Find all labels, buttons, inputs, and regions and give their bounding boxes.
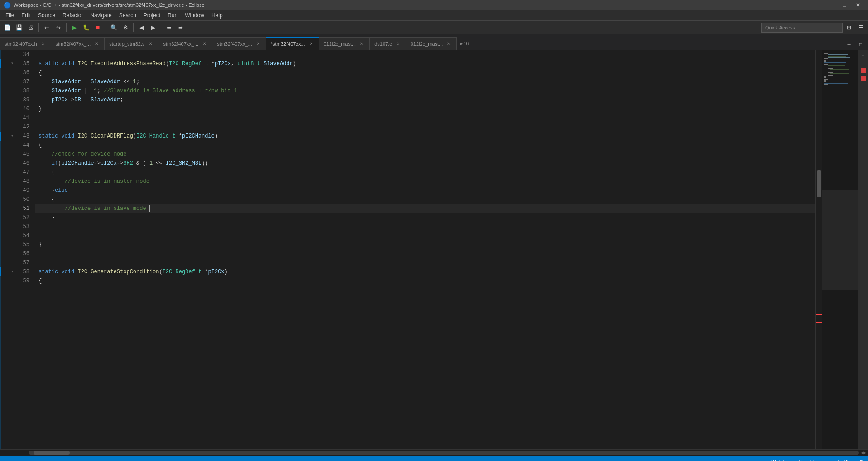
- code-editor[interactable]: static void I2C_ExecuteAddressPhaseRead …: [35, 50, 815, 449]
- code-line-59: {: [35, 276, 815, 285]
- tab-close-icon[interactable]: ✕: [395, 41, 401, 47]
- debug-button[interactable]: 🐛: [81, 22, 91, 33]
- code-line-45: //check for device mode: [35, 150, 815, 159]
- menu-source[interactable]: Source: [34, 10, 59, 20]
- line-37: 37: [10, 77, 31, 86]
- tab-stm32f407xx-1[interactable]: stm32f407xx_... ✕: [51, 37, 105, 50]
- tab-ds107[interactable]: ds107.c ✕: [370, 37, 406, 50]
- search-button[interactable]: 🔍: [108, 22, 119, 33]
- maximize-editor-button[interactable]: □: [855, 39, 866, 50]
- tab-overflow[interactable]: ▸16: [457, 37, 472, 50]
- line-52: 52: [10, 213, 31, 222]
- code-line-56: [35, 249, 815, 258]
- h-scrollbar-track[interactable]: [29, 451, 859, 455]
- tab-close-icon[interactable]: ✕: [93, 41, 100, 47]
- menu-file[interactable]: File: [2, 10, 18, 20]
- minimap-viewport: [822, 190, 858, 290]
- tab-stm32f407xx-h[interactable]: stm32f407xx.h ✕: [0, 37, 51, 50]
- open-perspective-button[interactable]: ⊞: [844, 22, 854, 33]
- tab-stm32f407xx-active[interactable]: *stm32f407xx... ✕: [266, 37, 319, 50]
- tab-startup[interactable]: startup_stm32.s ✕: [105, 37, 158, 50]
- nav-next-button[interactable]: ➡: [175, 22, 186, 33]
- tab-011i2c[interactable]: 011i2c_mast... ✕: [319, 37, 370, 50]
- vertical-scrollbar[interactable]: [815, 50, 822, 449]
- tab-close-icon[interactable]: ✕: [308, 41, 314, 47]
- quick-access-label: Quick Access: [765, 25, 795, 30]
- minimize-button[interactable]: ─: [825, 0, 837, 10]
- minimap[interactable]: [822, 50, 858, 449]
- new-button[interactable]: 📄: [2, 22, 13, 33]
- code-line-51: //device is in slave mode: [35, 204, 815, 213]
- tab-close-icon[interactable]: ✕: [40, 41, 46, 47]
- code-line-47: {: [35, 168, 815, 177]
- tab-close-icon[interactable]: ✕: [201, 41, 207, 47]
- tab-overflow-label: ▸16: [460, 41, 469, 47]
- run-button[interactable]: ▶: [69, 22, 80, 33]
- code-line-42: [35, 123, 815, 132]
- tab-012i2c[interactable]: 012i2c_mast... ✕: [406, 37, 457, 50]
- tab-label: startup_stm32.s: [109, 41, 144, 47]
- menu-navigate[interactable]: Navigate: [86, 10, 115, 20]
- writable-status: Writable: [771, 459, 789, 461]
- error-marker: [861, 68, 866, 73]
- insert-mode-status: Smart Insert: [798, 459, 825, 461]
- settings-icon[interactable]: ⚙: [859, 459, 863, 461]
- line-56: 56: [10, 249, 31, 258]
- menu-window[interactable]: Window: [181, 10, 208, 20]
- menu-edit[interactable]: Edit: [18, 10, 34, 20]
- nav-prev-button[interactable]: ⬅: [163, 22, 174, 33]
- horizontal-scrollbar[interactable]: ◀▶: [0, 449, 868, 456]
- tab-close-icon[interactable]: ✕: [446, 41, 452, 47]
- print-button[interactable]: 🖨: [25, 22, 36, 33]
- tab-label: 012i2c_mast...: [411, 41, 443, 47]
- scroll-marker-1: [816, 314, 822, 315]
- cursor-position-status: 51 : 35: [834, 459, 850, 461]
- code-line-37: SlaveAddr = SlaveAddr << 1 ;: [35, 77, 815, 86]
- menu-project[interactable]: Project: [140, 10, 164, 20]
- line-55: 55: [10, 240, 31, 249]
- line-44: 44: [10, 141, 31, 150]
- error-marker-2: [861, 76, 866, 81]
- maximize-button[interactable]: □: [838, 0, 851, 10]
- redo-button[interactable]: ↪: [53, 22, 64, 33]
- code-line-58: static void I2C_GenerateStopCondition ( …: [35, 267, 815, 276]
- code-line-46: if ( pI2CHandle -> pI2Cx -> SR2 & ( 1 <<…: [35, 159, 815, 168]
- status-bar: Writable Smart Insert 51 : 35 ⚙: [0, 456, 868, 461]
- code-line-35: static void I2C_ExecuteAddressPhaseRead …: [35, 59, 815, 68]
- code-line-50: {: [35, 195, 815, 204]
- tab-stm32f407xx-2[interactable]: stm32f407xx_... ✕: [158, 37, 212, 50]
- perspective-button[interactable]: ☰: [855, 22, 866, 33]
- minimize-editor-button[interactable]: ─: [844, 39, 854, 50]
- menu-help[interactable]: Help: [208, 10, 226, 20]
- scroll-thumb[interactable]: [817, 170, 821, 197]
- menu-refactor[interactable]: Refactor: [59, 10, 86, 20]
- close-button[interactable]: ✕: [852, 0, 864, 10]
- menu-search[interactable]: Search: [115, 10, 140, 20]
- prev-button[interactable]: ◀: [136, 22, 147, 33]
- toolbar-sep-4: [133, 23, 134, 32]
- tab-close-icon[interactable]: ✕: [255, 41, 261, 47]
- code-line-49: } else: [35, 186, 815, 195]
- tab-stm32f407xx-3[interactable]: stm32f407xx_... ✕: [212, 37, 266, 50]
- line-57: 57: [10, 258, 31, 267]
- save-button[interactable]: 💾: [14, 22, 24, 33]
- h-scrollbar-thumb[interactable]: [34, 451, 70, 455]
- menu-run[interactable]: Run: [164, 10, 181, 20]
- stop-button[interactable]: ⏹: [92, 22, 103, 33]
- line-49: 49: [10, 186, 31, 195]
- quick-access-input[interactable]: Quick Access: [761, 23, 843, 33]
- task-marker-icon[interactable]: ≡: [859, 52, 868, 60]
- code-line-48: //device is in master mode: [35, 177, 815, 186]
- code-line-54: [35, 231, 815, 240]
- line-46: 46: [10, 159, 31, 168]
- settings-button[interactable]: ⚙: [120, 22, 131, 33]
- line-38: 38: [10, 86, 31, 95]
- tab-label: stm32f407xx_...: [56, 41, 91, 47]
- tab-close-icon[interactable]: ✕: [359, 41, 365, 47]
- tab-close-icon[interactable]: ✕: [147, 41, 153, 47]
- tab-label: stm32f407xx.h: [5, 41, 37, 47]
- undo-button[interactable]: ↩: [41, 22, 52, 33]
- code-line-39: pI2Cx -> DR = SlaveAddr ;: [35, 95, 815, 105]
- next-button[interactable]: ▶: [148, 22, 158, 33]
- code-line-38: SlaveAddr |= 1 ; //SlaveAddr is Slave ad…: [35, 86, 815, 95]
